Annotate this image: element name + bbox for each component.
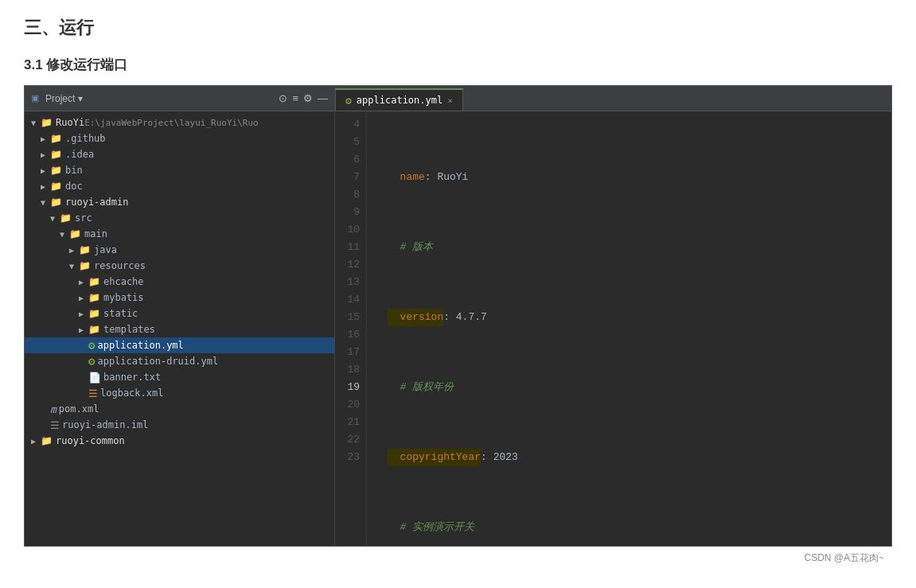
tree-label-main: main: [84, 228, 107, 239]
line-numbers: 4 5 6 7 8 9 10 11 12 13 14 15 16 17: [335, 111, 367, 546]
tree-item-logback-xml[interactable]: ☰ logback.xml: [25, 385, 334, 401]
tree-label-idea: .idea: [65, 149, 94, 160]
code-key-name: name: [388, 169, 425, 186]
editor-tabs: ⚙ application.yml ×: [335, 86, 891, 111]
file-tree-body: ▼ 📁 RuoYi E:\javaWebProject\layui_RuoYi\…: [25, 111, 334, 546]
tree-label-application-druid-yml: application-druid.yml: [97, 356, 218, 367]
code-comment-9: # 实例演示开关: [388, 519, 474, 536]
ln-19: 19: [335, 379, 360, 396]
code-val-copyrightyear: : 2023: [481, 449, 518, 466]
ln-4: 4: [335, 116, 360, 134]
tree-label-ruoyi-common: ruoyi-common: [56, 435, 125, 446]
ln-17: 17: [335, 344, 360, 361]
code-colon-4: : RuoYi: [425, 169, 469, 186]
tree-item-main[interactable]: ▼ 📁 main: [25, 226, 334, 242]
tree-item-ruoyi-admin-iml[interactable]: ☰ ruoyi-admin.iml: [25, 417, 334, 433]
pom-icon: m: [50, 403, 57, 415]
code-area[interactable]: name: RuoYi # 版本 version: 4.7.7: [367, 111, 891, 546]
tree-label-java: java: [94, 244, 117, 255]
tree-label-doc: doc: [65, 181, 83, 192]
tree-label-application-yml: application.yml: [97, 340, 183, 351]
ide-container: ▣ Project ▾ ⊙ ≡ ⚙ — ▼ 📁 RuoYi: [24, 85, 892, 547]
code-comment-7: # 版权年份: [388, 379, 454, 396]
ln-18: 18: [335, 361, 360, 379]
ln-16: 16: [335, 326, 360, 344]
tree-label-src: src: [75, 212, 92, 224]
tree-item-resources[interactable]: ▼ 📁 resources: [25, 258, 334, 274]
tree-label-logback-xml: logback.xml: [100, 387, 163, 399]
code-val-version: : 4.7.7: [443, 309, 487, 326]
tab-application-yml[interactable]: ⚙ application.yml ×: [335, 88, 463, 111]
collapse-icon[interactable]: ≡: [292, 92, 298, 104]
code-line-4: name: RuoYi: [375, 169, 883, 186]
tree-item-bin[interactable]: ▶ 📁 bin: [25, 162, 334, 178]
tree-item-ruoyi-admin[interactable]: ▼ 📁 ruoyi-admin: [25, 194, 334, 210]
code-comment-5: # 版本: [388, 239, 433, 256]
tree-item-ehcache[interactable]: ▶ 📁 ehcache: [25, 274, 334, 290]
tree-label-pom-xml: pom.xml: [59, 403, 99, 415]
code-line-9: # 实例演示开关: [375, 519, 883, 536]
sync-icon[interactable]: ⊙: [279, 92, 287, 104]
tree-item-pom-xml[interactable]: m pom.xml: [25, 401, 334, 417]
code-line-7: # 版权年份: [375, 379, 883, 396]
tree-label-banner-txt: banner.txt: [103, 372, 161, 383]
tree-label-ehcache: ehcache: [103, 276, 144, 287]
tree-item-ruoyi-common[interactable]: ▶ 📁 ruoyi-common: [25, 433, 334, 449]
file-tree-header: ▣ Project ▾ ⊙ ≡ ⚙ —: [25, 86, 334, 111]
code-key-copyrightyear: copyrightYear: [388, 449, 481, 466]
code-line-8: copyrightYear: 2023: [375, 449, 883, 466]
code-line-6: version: 4.7.7: [375, 309, 883, 326]
page-content: 三、运行 3.1 修改运行端口 ▣ Project ▾ ⊙ ≡ ⚙ —: [0, 0, 916, 584]
tree-label-bin: bin: [65, 165, 83, 176]
file-tree-panel: ▣ Project ▾ ⊙ ≡ ⚙ — ▼ 📁 RuoYi: [25, 86, 335, 546]
section-title: 三、运行: [24, 16, 892, 40]
code-line-5: # 版本: [375, 239, 883, 256]
minimize-icon[interactable]: —: [318, 92, 328, 104]
ln-22: 22: [335, 431, 360, 449]
tab-close-btn[interactable]: ×: [447, 95, 453, 106]
yml-icon-app: ⚙: [88, 339, 95, 352]
ln-14: 14: [335, 291, 360, 309]
ln-15: 15: [335, 309, 360, 326]
ln-9: 9: [335, 204, 360, 221]
settings-icon[interactable]: ⚙: [303, 92, 313, 104]
editor-body: 4 5 6 7 8 9 10 11 12 13 14 15 16 17: [335, 111, 891, 546]
tree-item-banner-txt[interactable]: 📄 banner.txt: [25, 369, 334, 385]
iml-icon: ☰: [50, 419, 60, 431]
yml-icon-druid: ⚙: [88, 355, 95, 368]
tree-label-github: .github: [65, 133, 106, 144]
tree-item-static[interactable]: ▶ 📁 static: [25, 306, 334, 321]
code-key-version: version: [388, 309, 443, 326]
ln-21: 21: [335, 414, 360, 431]
tree-item-doc[interactable]: ▶ 📁 doc: [25, 178, 334, 194]
tree-item-idea[interactable]: ▶ 📁 .idea: [25, 146, 334, 162]
header-icons: ⊙ ≡ ⚙ —: [279, 92, 328, 104]
tree-label-templates: templates: [103, 324, 155, 335]
ln-6: 6: [335, 151, 360, 169]
watermark-text: CSDN @A五花肉~: [804, 552, 884, 563]
tree-label-resources: resources: [94, 260, 146, 271]
tree-item-src[interactable]: ▼ 📁 src: [25, 210, 334, 226]
tree-item-templates[interactable]: ▶ 📁 templates: [25, 321, 334, 337]
ln-12: 12: [335, 256, 360, 274]
ln-7: 7: [335, 169, 360, 186]
tree-item-java[interactable]: ▶ 📁 java: [25, 242, 334, 258]
tab-yml-icon: ⚙: [345, 95, 352, 107]
xml-icon-logback: ☰: [88, 387, 98, 399]
tree-item-github[interactable]: ▶ 📁 .github: [25, 130, 334, 146]
ln-10: 10: [335, 221, 360, 239]
tree-label-static: static: [103, 308, 138, 319]
tree-item-mybatis[interactable]: ▶ 📁 mybatis: [25, 290, 334, 306]
watermark-bar: CSDN @A五花肉~: [24, 547, 892, 568]
subsection-title: 3.1 修改运行端口: [24, 56, 892, 74]
tree-label-mybatis: mybatis: [103, 292, 144, 303]
tab-label: application.yml: [357, 95, 442, 106]
tree-item-application-druid-yml[interactable]: ⚙ application-druid.yml: [25, 353, 334, 369]
file-tree-title: Project ▾: [45, 93, 272, 104]
tree-label-ruoyi-admin: ruoyi-admin: [65, 197, 128, 208]
ln-13: 13: [335, 274, 360, 291]
ln-23: 23: [335, 449, 360, 466]
tree-item-application-yml[interactable]: ⚙ application.yml: [25, 337, 334, 353]
tree-item-ruoyi[interactable]: ▼ 📁 RuoYi E:\javaWebProject\layui_RuoYi\…: [25, 115, 334, 130]
tree-label-ruoyi-path: E:\javaWebProject\layui_RuoYi\Ruo: [84, 118, 259, 128]
